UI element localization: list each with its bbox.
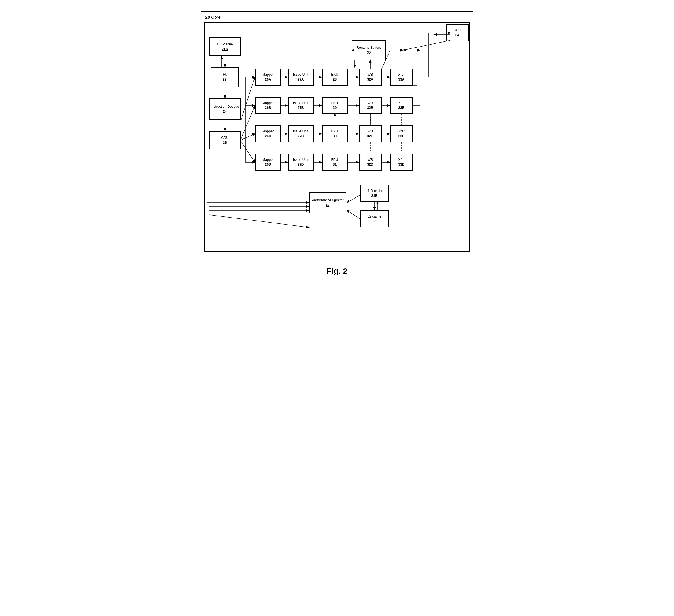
core-label: 20 Core <box>206 15 221 20</box>
mapper-c-block: Mapper 26C <box>255 125 281 142</box>
issue-c-block: Issue Unit 27C <box>288 125 314 142</box>
xfer-b-block: Xfer 33B <box>390 97 413 114</box>
wb-b-block: WB 32B <box>359 97 382 114</box>
issue-d-block: Issue Unit 27D <box>288 154 314 171</box>
gdu-block: GDU 25 <box>209 131 241 149</box>
l2cache-block: L2 cache 23 <box>360 210 389 227</box>
rename-block: Rename Buffers 35 <box>352 40 386 60</box>
lsu-block: LSU 29 <box>322 97 348 114</box>
wb-d-block: WB 32D <box>359 154 382 171</box>
xfer-d-block: Xfer 33D <box>390 154 413 171</box>
mapper-a-block: Mapper 26A <box>255 68 281 86</box>
mapper-d-block: Mapper 26D <box>255 154 281 171</box>
fxu-block: FXU 30 <box>322 125 348 142</box>
xfer-c-block: Xfer 33C <box>390 125 413 142</box>
fig-caption: Fig. 2 <box>327 267 347 276</box>
ifu-block: IFU 22 <box>211 67 239 87</box>
mapper-b-block: Mapper 26B <box>255 97 281 114</box>
wb-c-block: WB 32C <box>359 125 382 142</box>
fpu-block: FPU 31 <box>322 154 348 171</box>
wb-a-block: WB 32A <box>359 68 382 86</box>
xfer-a-block: Xfer 33A <box>390 68 413 86</box>
issue-b-block: Issue Unit 27B <box>288 97 314 114</box>
perf-monitor-block: Performance Monitor 42 <box>309 192 346 213</box>
l1icache-block: L1 I-cache 21A <box>209 37 241 56</box>
idecode-block: Instruction Decode 24 <box>209 99 241 120</box>
diagram: 20 Core GCU 34 L1 I-cache 21A IFU 22 Ins… <box>201 11 473 255</box>
bxu-block: BXU 28 <box>322 68 348 86</box>
gcu-block: GCU 34 <box>446 24 469 41</box>
l1dcache-block: L1 D-cache 21B <box>360 185 389 202</box>
issue-a-block: Issue Unit 27A <box>288 68 314 86</box>
